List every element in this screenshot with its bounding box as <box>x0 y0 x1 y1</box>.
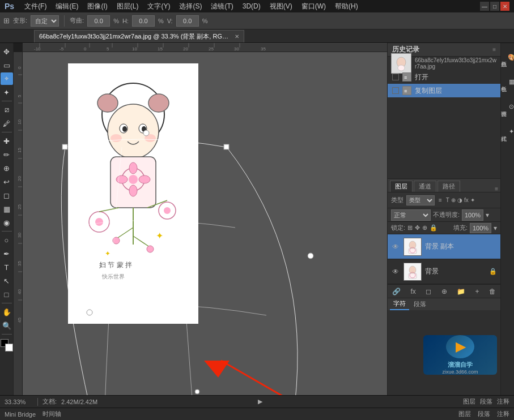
menu-image[interactable]: 图像(I) <box>84 2 111 11</box>
play-button[interactable]: ▶ <box>258 398 262 405</box>
marquee-tool[interactable]: ▭ <box>1 59 13 71</box>
menu-file[interactable]: 文件(F) <box>21 2 50 11</box>
pen-tool[interactable]: ✒ <box>1 247 13 260</box>
layer-new-btn[interactable]: + <box>475 288 479 295</box>
lock-icon-3[interactable]: ⊕ <box>422 224 427 232</box>
layer-delete-btn[interactable]: 🗑 <box>489 288 496 295</box>
layer-filter-icon[interactable]: ≡ <box>439 197 442 203</box>
canvas-area[interactable]: -10 -5 0 5 10 15 20 25 30 35 <box>14 43 387 395</box>
shape-tool[interactable]: □ <box>1 288 13 301</box>
doc-tab-close[interactable]: ✕ <box>235 33 239 40</box>
history-brush-tool[interactable]: ↩ <box>1 175 13 188</box>
text-tool[interactable]: T <box>1 261 13 273</box>
char-tab[interactable]: 字符 <box>390 298 409 310</box>
menu-3d[interactable]: 3D(D) <box>239 2 264 10</box>
quick-select-tool[interactable]: ✦ <box>1 86 13 98</box>
history-item-copy-layer[interactable]: ≡ 复制图层 <box>388 84 500 97</box>
tab-layers[interactable]: 图层 <box>390 181 413 192</box>
warp-type-select[interactable]: 自定 <box>31 15 59 27</box>
ps-logo: Ps <box>5 2 14 11</box>
styles-panel-btn[interactable]: ✦ 样式 <box>502 120 514 143</box>
layer-item-bg-copy[interactable]: 👁 背景 副本 <box>388 234 500 259</box>
svg-text:35: 35 <box>261 46 266 52</box>
tool-colors[interactable] <box>1 339 13 352</box>
doc-tab[interactable]: 66ba8c7ely1fuxw3t3o3jj21mx2wr7aa.jpg @ 3… <box>34 30 244 42</box>
layer-tool-3[interactable]: ◑ <box>457 197 462 203</box>
layers-panel-menu[interactable]: ≡ <box>495 186 498 192</box>
right-bottom-label-1[interactable]: 图层 <box>458 410 471 418</box>
layer-tool-2[interactable]: ⊕ <box>451 197 456 203</box>
layer-type-select[interactable]: 类型 <box>406 195 435 205</box>
heal-tool[interactable]: ✚ <box>1 135 13 147</box>
timeline-tab[interactable]: 时间轴 <box>43 410 61 418</box>
right-panel-label-1[interactable]: 图层 <box>463 397 475 406</box>
color-panel-btn[interactable]: 🎨 颜色 <box>502 45 514 68</box>
layer-mask-btn[interactable]: ◻ <box>426 288 431 295</box>
menu-layer[interactable]: 图层(L) <box>113 2 142 11</box>
warp-value-input[interactable] <box>87 15 110 27</box>
layer-tool-5[interactable]: ✦ <box>470 197 475 203</box>
history-item-open[interactable]: ≡ 打开 <box>388 70 500 84</box>
menu-text[interactable]: 文字(Y) <box>144 2 173 11</box>
clone-tool[interactable]: ⊕ <box>1 162 13 174</box>
fill-arrow[interactable]: ▾ <box>494 224 497 232</box>
para-tab[interactable]: 段落 <box>410 299 430 310</box>
layer-tool-4[interactable]: fx <box>464 197 469 203</box>
v-value-input[interactable] <box>176 15 199 27</box>
h-value-input[interactable] <box>132 15 155 27</box>
tab-channels[interactable]: 通道 <box>414 181 436 192</box>
lock-icon-4[interactable]: 🔒 <box>430 224 437 232</box>
mini-bridge-tab[interactable]: Mini Bridge <box>5 411 36 418</box>
history-panel-menu[interactable]: ≡ <box>492 46 496 53</box>
right-panel-label-2[interactable]: 段落 <box>480 397 492 406</box>
tab-paths[interactable]: 路径 <box>437 181 460 192</box>
zoom-tool[interactable]: 🔍 <box>1 319 13 332</box>
layer-vis-2[interactable]: 👁 <box>391 267 400 276</box>
eraser-tool[interactable]: ◻ <box>1 189 13 202</box>
menu-help[interactable]: 帮助(H) <box>332 2 362 11</box>
layer-fx-btn[interactable]: fx <box>410 288 415 295</box>
layer-link-btn[interactable]: 🔗 <box>392 288 401 295</box>
svg-point-52 <box>129 175 138 184</box>
layer-lock-icon: 🔒 <box>489 268 497 275</box>
lock-icon-2[interactable]: ✥ <box>415 224 420 232</box>
opacity-arrow[interactable]: ▾ <box>486 211 489 219</box>
path-tool[interactable]: ↖ <box>1 275 13 287</box>
crop-tool[interactable]: ⧄ <box>1 104 13 116</box>
menu-select[interactable]: 选择(S) <box>176 2 205 11</box>
maximize-button[interactable]: □ <box>490 2 499 11</box>
eyedropper-tool[interactable]: 🖉 <box>1 117 13 130</box>
menu-view[interactable]: 视图(V) <box>266 2 296 11</box>
menu-window[interactable]: 窗口(W) <box>298 2 329 11</box>
canvas-content[interactable]: ✦ ✦ 妇 节 蒙 拌 快乐世界 <box>23 52 387 395</box>
hand-tool[interactable]: ✋ <box>1 306 13 318</box>
close-button[interactable]: ✕ <box>500 2 509 11</box>
fill-input[interactable] <box>470 223 491 233</box>
svg-text:≡: ≡ <box>404 75 407 80</box>
adjustments-panel-btn[interactable]: ⊙ 调整 <box>502 95 514 118</box>
minimize-button[interactable]: — <box>480 2 489 11</box>
dodge-tool[interactable]: ○ <box>1 234 13 246</box>
menu-filter[interactable]: 滤镜(T) <box>207 2 236 11</box>
layer-group-btn[interactable]: 📁 <box>457 288 465 295</box>
blend-mode-select[interactable]: 正常 <box>391 209 431 221</box>
lock-icon-1[interactable]: ⊞ <box>407 224 413 232</box>
gradient-tool[interactable]: ▦ <box>1 203 13 215</box>
swatches-panel-btn[interactable]: ▦ 色板 <box>502 70 514 93</box>
blur-tool[interactable]: ◉ <box>1 216 13 229</box>
layer-item-bg[interactable]: 👁 背景 🔒 <box>388 259 500 284</box>
right-bottom-label-2[interactable]: 段落 <box>478 410 490 418</box>
transform-icon[interactable]: ⊞ <box>3 16 10 25</box>
opacity-input[interactable] <box>462 209 483 221</box>
layer-adj-btn[interactable]: ⊕ <box>441 288 447 295</box>
layer-tool-1[interactable]: T <box>446 197 449 203</box>
layers-blend-row: 正常 不透明度: ▾ <box>388 208 500 222</box>
layer-vis-1[interactable]: 👁 <box>391 242 400 251</box>
menu-edit[interactable]: 编辑(E) <box>52 2 82 11</box>
lasso-tool[interactable]: ⌖ <box>1 72 13 85</box>
right-bottom-label-3[interactable]: 注释 <box>497 410 509 418</box>
move-tool[interactable]: ✥ <box>1 45 13 58</box>
brush-tool[interactable]: ✏ <box>1 148 13 161</box>
background-color[interactable] <box>5 344 13 352</box>
right-panel-label-3[interactable]: 注释 <box>497 397 509 406</box>
